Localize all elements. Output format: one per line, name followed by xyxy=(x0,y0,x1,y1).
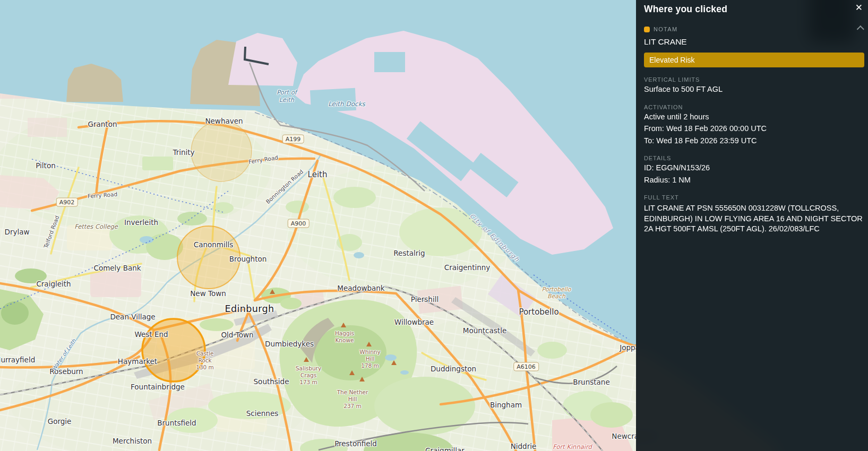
section-label: VERTICAL LIMITS xyxy=(644,76,866,83)
section-activation: ACTIVATION Active until 2 hours From: We… xyxy=(644,104,866,146)
risk-badge: Elevated Risk xyxy=(644,53,864,67)
section-label: DETAILS xyxy=(644,155,866,161)
notam-radius: Radius: 1 NM xyxy=(644,175,866,186)
section-details: DETAILS ID: EGGN/N153/26 Radius: 1 NM xyxy=(644,155,866,185)
notam-color-dot xyxy=(644,27,650,32)
section-full-text: FULL TEXT LIT CRANE AT PSN 555650N 00312… xyxy=(644,194,866,235)
app-window: GrantonPiltonTrinityNewhavenPort of Leit… xyxy=(0,0,868,451)
notam-category-row[interactable]: NOTAM xyxy=(644,26,866,32)
panel-header: Where you clicked ✕ xyxy=(644,3,866,15)
section-label: ACTIVATION xyxy=(644,104,866,110)
notam-id: ID: EGGN/N153/26 xyxy=(644,163,866,174)
notam-title: LIT CRANE xyxy=(644,37,866,47)
chevron-up-icon[interactable] xyxy=(857,25,864,33)
vertical-limits-value: Surface to 500 FT AGL xyxy=(644,84,866,95)
activation-to: To: Wed 18 Feb 2026 23:59 UTC xyxy=(644,136,866,146)
notam-circle[interactable] xyxy=(191,121,252,181)
close-icon[interactable]: ✕ xyxy=(854,2,864,13)
notam-full-text: LIT CRANE AT PSN 555650N 0031228W (TOLLC… xyxy=(644,203,866,235)
activation-from: From: Wed 18 Feb 2026 00:00 UTC xyxy=(644,124,866,134)
notam-circle[interactable] xyxy=(142,319,205,381)
section-vertical-limits: VERTICAL LIMITS Surface to 500 FT AGL xyxy=(644,76,866,95)
where-you-clicked-panel: Where you clicked ✕ NOTAM LIT CRANE Elev… xyxy=(636,0,868,451)
notam-circle[interactable] xyxy=(177,226,240,289)
notam-category-label: NOTAM xyxy=(654,26,677,32)
activation-status: Active until 2 hours xyxy=(644,112,866,123)
section-label: FULL TEXT xyxy=(644,194,866,201)
panel-title: Where you clicked xyxy=(644,3,866,15)
